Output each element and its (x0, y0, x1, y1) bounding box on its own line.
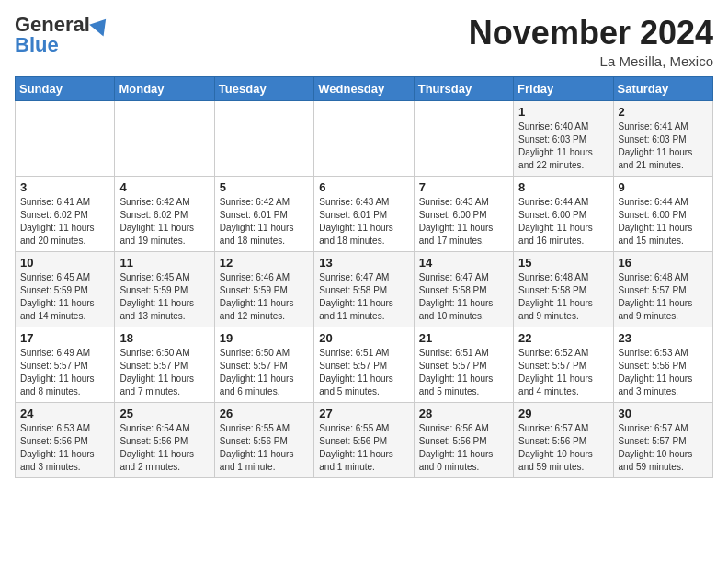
table-row (414, 100, 513, 176)
table-row: 11Sunrise: 6:45 AM Sunset: 5:59 PM Dayli… (115, 251, 214, 327)
day-number: 11 (119, 256, 209, 270)
day-number: 25 (119, 407, 209, 420)
table-row: 7Sunrise: 6:43 AM Sunset: 6:00 PM Daylig… (414, 176, 513, 251)
day-number: 26 (220, 407, 309, 420)
logo-triangle-icon (89, 13, 113, 36)
col-saturday: Saturday (613, 76, 712, 100)
day-info: Sunrise: 6:44 AM Sunset: 6:00 PM Dayligh… (619, 196, 708, 247)
table-row: 9Sunrise: 6:44 AM Sunset: 6:00 PM Daylig… (613, 176, 712, 251)
day-info: Sunrise: 6:41 AM Sunset: 6:02 PM Dayligh… (20, 196, 109, 247)
day-number: 20 (319, 331, 408, 345)
day-info: Sunrise: 6:51 AM Sunset: 5:57 PM Dayligh… (419, 347, 508, 398)
day-number: 18 (119, 331, 209, 345)
table-row: 23Sunrise: 6:53 AM Sunset: 5:56 PM Dayli… (613, 327, 712, 402)
table-row: 15Sunrise: 6:48 AM Sunset: 5:58 PM Dayli… (514, 251, 613, 327)
day-info: Sunrise: 6:40 AM Sunset: 6:03 PM Dayligh… (518, 121, 608, 172)
day-info: Sunrise: 6:47 AM Sunset: 5:58 PM Dayligh… (419, 271, 508, 323)
day-info: Sunrise: 6:48 AM Sunset: 5:58 PM Dayligh… (518, 271, 608, 323)
day-number: 14 (419, 256, 508, 270)
day-number: 16 (619, 256, 708, 270)
day-number: 7 (419, 180, 508, 194)
table-row (314, 100, 414, 176)
day-number: 3 (20, 180, 109, 194)
col-tuesday: Tuesday (214, 76, 313, 100)
day-number: 28 (419, 407, 508, 420)
table-row: 4Sunrise: 6:42 AM Sunset: 6:02 PM Daylig… (115, 176, 214, 251)
calendar-week-row: 10Sunrise: 6:45 AM Sunset: 5:59 PM Dayli… (16, 251, 713, 327)
day-number: 4 (119, 180, 209, 194)
day-number: 22 (518, 331, 608, 345)
table-row: 19Sunrise: 6:50 AM Sunset: 5:57 PM Dayli… (214, 327, 313, 402)
location: La Mesilla, Mexico (469, 53, 713, 69)
table-row (16, 100, 115, 176)
day-info: Sunrise: 6:45 AM Sunset: 5:59 PM Dayligh… (119, 271, 209, 323)
calendar-header-row: Sunday Monday Tuesday Wednesday Thursday… (16, 76, 713, 100)
day-info: Sunrise: 6:41 AM Sunset: 6:03 PM Dayligh… (619, 121, 708, 172)
month-title: November 2024 (469, 15, 713, 52)
page: General Blue November 2024 La Mesilla, M… (0, 0, 728, 488)
day-info: Sunrise: 6:49 AM Sunset: 5:57 PM Dayligh… (20, 347, 109, 398)
table-row: 5Sunrise: 6:42 AM Sunset: 6:01 PM Daylig… (214, 176, 313, 251)
day-info: Sunrise: 6:57 AM Sunset: 5:57 PM Dayligh… (619, 422, 708, 474)
day-info: Sunrise: 6:43 AM Sunset: 6:01 PM Dayligh… (319, 196, 408, 247)
table-row: 27Sunrise: 6:55 AM Sunset: 5:56 PM Dayli… (314, 402, 414, 477)
table-row: 24Sunrise: 6:53 AM Sunset: 5:56 PM Dayli… (16, 402, 115, 477)
table-row: 25Sunrise: 6:54 AM Sunset: 5:56 PM Dayli… (115, 402, 214, 477)
table-row: 22Sunrise: 6:52 AM Sunset: 5:57 PM Dayli… (514, 327, 613, 402)
day-info: Sunrise: 6:53 AM Sunset: 5:56 PM Dayligh… (20, 422, 109, 474)
day-info: Sunrise: 6:53 AM Sunset: 5:56 PM Dayligh… (619, 347, 708, 398)
day-number: 10 (20, 256, 109, 270)
day-number: 1 (518, 105, 608, 119)
col-wednesday: Wednesday (314, 76, 414, 100)
day-info: Sunrise: 6:51 AM Sunset: 5:57 PM Dayligh… (319, 347, 408, 398)
logo-general: General (15, 15, 90, 35)
table-row: 2Sunrise: 6:41 AM Sunset: 6:03 PM Daylig… (613, 100, 712, 176)
col-friday: Friday (514, 76, 613, 100)
day-number: 8 (518, 180, 608, 194)
table-row: 13Sunrise: 6:47 AM Sunset: 5:58 PM Dayli… (314, 251, 414, 327)
table-row: 30Sunrise: 6:57 AM Sunset: 5:57 PM Dayli… (613, 402, 712, 477)
day-info: Sunrise: 6:42 AM Sunset: 6:02 PM Dayligh… (119, 196, 209, 247)
header: General Blue November 2024 La Mesilla, M… (15, 15, 713, 69)
day-info: Sunrise: 6:57 AM Sunset: 5:56 PM Dayligh… (518, 422, 608, 474)
table-row: 18Sunrise: 6:50 AM Sunset: 5:57 PM Dayli… (115, 327, 214, 402)
table-row: 8Sunrise: 6:44 AM Sunset: 6:00 PM Daylig… (514, 176, 613, 251)
col-sunday: Sunday (16, 76, 115, 100)
day-number: 19 (220, 331, 309, 345)
table-row: 28Sunrise: 6:56 AM Sunset: 5:56 PM Dayli… (414, 402, 513, 477)
table-row: 20Sunrise: 6:51 AM Sunset: 5:57 PM Dayli… (314, 327, 414, 402)
day-info: Sunrise: 6:44 AM Sunset: 6:00 PM Dayligh… (518, 196, 608, 247)
day-number: 30 (619, 407, 708, 420)
day-number: 24 (20, 407, 109, 420)
col-monday: Monday (115, 76, 214, 100)
day-info: Sunrise: 6:45 AM Sunset: 5:59 PM Dayligh… (20, 271, 109, 323)
table-row: 3Sunrise: 6:41 AM Sunset: 6:02 PM Daylig… (16, 176, 115, 251)
day-number: 9 (619, 180, 708, 194)
day-number: 13 (319, 256, 408, 270)
day-number: 29 (518, 407, 608, 420)
day-info: Sunrise: 6:42 AM Sunset: 6:01 PM Dayligh… (220, 196, 309, 247)
day-info: Sunrise: 6:43 AM Sunset: 6:00 PM Dayligh… (419, 196, 508, 247)
day-number: 15 (518, 256, 608, 270)
calendar-week-row: 17Sunrise: 6:49 AM Sunset: 5:57 PM Dayli… (16, 327, 713, 402)
calendar: Sunday Monday Tuesday Wednesday Thursday… (15, 76, 713, 478)
table-row (214, 100, 313, 176)
day-number: 6 (319, 180, 408, 194)
table-row: 1Sunrise: 6:40 AM Sunset: 6:03 PM Daylig… (514, 100, 613, 176)
table-row (115, 100, 214, 176)
day-info: Sunrise: 6:50 AM Sunset: 5:57 PM Dayligh… (119, 347, 209, 398)
day-info: Sunrise: 6:50 AM Sunset: 5:57 PM Dayligh… (220, 347, 309, 398)
col-thursday: Thursday (414, 76, 513, 100)
day-info: Sunrise: 6:52 AM Sunset: 5:57 PM Dayligh… (518, 347, 608, 398)
calendar-week-row: 3Sunrise: 6:41 AM Sunset: 6:02 PM Daylig… (16, 176, 713, 251)
day-info: Sunrise: 6:55 AM Sunset: 5:56 PM Dayligh… (220, 422, 309, 474)
table-row: 26Sunrise: 6:55 AM Sunset: 5:56 PM Dayli… (214, 402, 313, 477)
table-row: 29Sunrise: 6:57 AM Sunset: 5:56 PM Dayli… (514, 402, 613, 477)
calendar-week-row: 24Sunrise: 6:53 AM Sunset: 5:56 PM Dayli… (16, 402, 713, 477)
table-row: 16Sunrise: 6:48 AM Sunset: 5:57 PM Dayli… (613, 251, 712, 327)
title-block: November 2024 La Mesilla, Mexico (469, 15, 713, 69)
day-number: 2 (619, 105, 708, 119)
day-number: 17 (20, 331, 109, 345)
calendar-week-row: 1Sunrise: 6:40 AM Sunset: 6:03 PM Daylig… (16, 100, 713, 176)
day-info: Sunrise: 6:47 AM Sunset: 5:58 PM Dayligh… (319, 271, 408, 323)
